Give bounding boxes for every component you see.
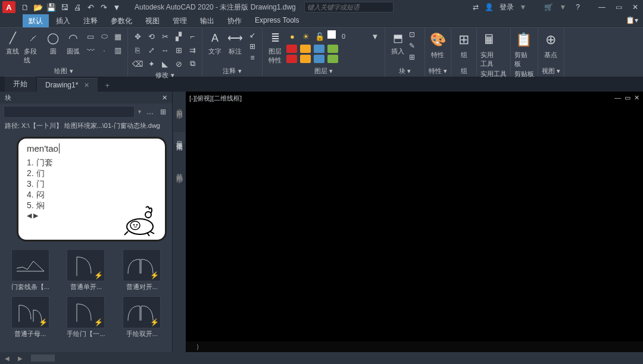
plot-icon[interactable]: 🖨	[73, 2, 82, 12]
ribbon-collapse-icon[interactable]: 📋▾	[621, 14, 643, 27]
ellipse-icon[interactable]: ⬭	[98, 30, 110, 42]
attrib-icon[interactable]: ⊞	[409, 53, 421, 62]
ime-candidate[interactable]: 1. 门套	[27, 157, 157, 168]
ime-candidate[interactable]: 2. 们	[27, 168, 157, 178]
tab-manage[interactable]: 管理	[167, 14, 193, 27]
offset-icon[interactable]: ⇉	[186, 44, 198, 56]
tab-view[interactable]: 视图	[139, 14, 166, 27]
dimension-button[interactable]: ⟷标注	[226, 30, 244, 56]
palette-close-icon[interactable]: ✕	[162, 94, 167, 102]
properties-button[interactable]: 🎨特性	[429, 30, 447, 59]
stretch-icon[interactable]: ↔	[159, 44, 171, 56]
basepoint-button[interactable]: ⊕基点	[542, 30, 560, 59]
undo-icon[interactable]: ↶	[86, 2, 95, 12]
minimize-button[interactable]: —	[597, 2, 607, 12]
thumb-hand-door[interactable]: ⚡手绘门【一...	[61, 296, 112, 338]
vp-maximize-icon[interactable]: ▭	[625, 94, 630, 102]
join-icon[interactable]: ⧉	[186, 58, 198, 70]
close-button[interactable]: ✕	[630, 2, 641, 12]
share-icon[interactable]: ⇄	[473, 3, 479, 11]
line-button[interactable]: ╱直线	[4, 30, 21, 56]
grid-view-icon[interactable]: ⊞	[158, 106, 168, 117]
tab-collab[interactable]: 协作	[221, 14, 248, 27]
thumb-mentao-line[interactable]: 门套线条【...	[5, 249, 56, 291]
mirror-icon[interactable]: ▞	[173, 30, 185, 42]
bulb-icon[interactable]: ●	[286, 30, 298, 42]
ime-candidate[interactable]: 4. 闷	[27, 189, 157, 200]
login-link[interactable]: 登录	[500, 2, 514, 12]
layer-dropdown-icon[interactable]: ▼	[369, 30, 381, 42]
layout-next-icon[interactable]: ▶	[18, 355, 23, 362]
add-tab-button[interactable]: +	[101, 80, 113, 92]
leader-icon[interactable]: ↙	[246, 30, 258, 40]
trim-icon[interactable]: ✂	[159, 30, 171, 42]
create-block-icon[interactable]: ⊡	[409, 30, 421, 40]
circle-button[interactable]: ◯圆	[44, 30, 62, 56]
layer0-swatch[interactable]	[327, 30, 336, 39]
text-button[interactable]: A文字	[206, 30, 224, 56]
command-line[interactable]: ⟩	[186, 341, 643, 352]
insert-button[interactable]: ⬒插入	[389, 30, 407, 56]
vtab-other[interactable]: 其他图形	[175, 168, 184, 172]
fillet-icon[interactable]: ⌐	[186, 30, 198, 42]
erase-icon[interactable]: ⌫	[132, 58, 143, 70]
login-dropdown-icon[interactable]: ▼	[520, 3, 527, 11]
break-icon[interactable]: ⊘	[173, 58, 185, 70]
explode-icon[interactable]: ✦	[145, 58, 157, 70]
vtab-current[interactable]: 当前图形	[175, 103, 184, 108]
group-button[interactable]: ⊞组	[455, 30, 473, 59]
viewport-label[interactable]: [-][俯视][二维线框]	[189, 94, 242, 103]
arc-button[interactable]: ◠圆弧	[64, 30, 82, 56]
swatch-green2[interactable]	[327, 55, 338, 63]
qat-dropdown-icon[interactable]: ▼	[112, 2, 121, 12]
redo-icon[interactable]: ↷	[99, 2, 108, 12]
layout-prev-icon[interactable]: ◀	[5, 355, 10, 362]
vtab-recent[interactable]: 最近使用	[174, 132, 185, 144]
region-icon[interactable]: ▥	[112, 44, 124, 56]
thumb-hand-double[interactable]: ⚡手绘双开...	[116, 296, 167, 338]
swatch-orange[interactable]	[300, 45, 311, 53]
swatch-blue2[interactable]	[314, 55, 324, 63]
block-filter-input[interactable]	[4, 106, 135, 118]
help-search-input[interactable]	[304, 2, 394, 12]
close-tab-icon[interactable]: ✕	[84, 81, 89, 89]
copy-icon[interactable]: ⎘	[132, 44, 143, 56]
thumb-zimu-door[interactable]: ⚡普通子母...	[5, 296, 56, 338]
chamfer-icon[interactable]: ◣	[159, 58, 171, 70]
lock-icon[interactable]: 🔓	[314, 30, 326, 42]
point-icon[interactable]: ·	[98, 44, 110, 56]
sun-icon[interactable]: ☀	[300, 30, 312, 42]
save-icon[interactable]: 💾	[46, 2, 56, 12]
mtext-icon[interactable]: ≡	[246, 53, 258, 62]
open-icon[interactable]: 📂	[33, 2, 43, 12]
tab-annotate[interactable]: 注释	[77, 14, 104, 27]
rotate-icon[interactable]: ⟲	[145, 30, 157, 42]
rect-icon[interactable]: ▭	[85, 30, 96, 42]
filter-dropdown-icon[interactable]: ▼	[137, 109, 142, 115]
cart-icon[interactable]: 🛒	[544, 3, 553, 11]
drawing-viewport[interactable]: [-][俯视][二维线框] — ▭ ✕	[186, 92, 643, 352]
model-tab-icon[interactable]	[31, 354, 55, 362]
scale-icon[interactable]: ⤢	[145, 44, 157, 56]
user-icon[interactable]: 👤	[485, 3, 494, 11]
array-icon[interactable]: ⊞	[173, 44, 185, 56]
ime-candidate[interactable]: 3. 门	[27, 178, 157, 189]
spline-icon[interactable]: 〰	[85, 44, 96, 56]
layer-props-button[interactable]: ≣图层 特性	[266, 30, 284, 65]
tab-start[interactable]: 开始	[5, 76, 36, 92]
edit-block-icon[interactable]: ✎	[409, 42, 421, 51]
swatch-green[interactable]	[327, 45, 338, 53]
tab-drawing1[interactable]: Drawing1*✕	[37, 78, 98, 92]
polyline-button[interactable]: ⟋多段线	[24, 30, 42, 65]
hatch-icon[interactable]: ▦	[112, 30, 124, 42]
new-icon[interactable]: 🗋	[20, 2, 30, 12]
move-icon[interactable]: ✥	[132, 30, 143, 42]
vp-minimize-icon[interactable]: —	[614, 94, 621, 102]
tab-output[interactable]: 输出	[194, 14, 220, 27]
clipboard-button[interactable]: 📋剪贴板	[514, 30, 532, 68]
thumb-double-door[interactable]: ⚡普通对开...	[116, 249, 167, 291]
tab-express[interactable]: Express Tools	[249, 14, 305, 27]
tab-parametric[interactable]: 参数化	[105, 14, 138, 27]
table-icon[interactable]: ⊞	[246, 42, 258, 51]
tab-insert[interactable]: 插入	[50, 14, 76, 27]
